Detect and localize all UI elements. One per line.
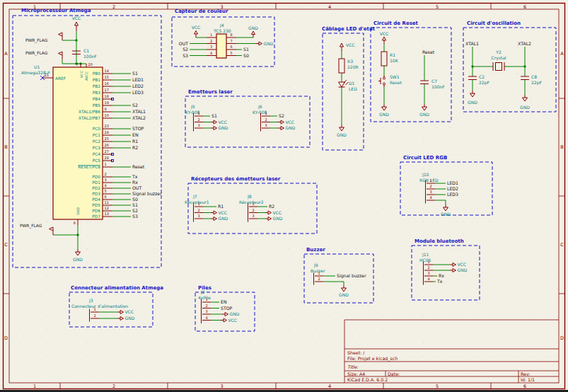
block-microprocesseur[interactable]: Microprocesseur Atmega VCC PWR_FLAG PWR_… [13, 8, 162, 267]
connector-J8[interactable]: J8Récepteur21R22VCC3GND [239, 194, 283, 222]
capacitor-symbol[interactable] [468, 76, 477, 80]
block-title: Buzzer [306, 247, 325, 253]
wire[interactable] [53, 225, 78, 249]
gnd-symbol[interactable] [340, 125, 344, 131]
pwr-flag-symbol[interactable] [50, 227, 54, 235]
pin-number: 4 [205, 316, 207, 320]
block-capteur-couleur[interactable]: Capteur de couleur J4 TCS 230 1VCC2OUT3S… [172, 8, 274, 67]
pin-number: 3 [197, 123, 199, 127]
grid-row-label: B [560, 144, 563, 150]
connector-J11[interactable]: J11HC051VCC2GND3Rx4Tx [419, 252, 468, 285]
connector-J5[interactable]: J5KY-0081S12VCC3GND [185, 104, 228, 132]
grid-row-label: C [560, 242, 564, 248]
sensor-body[interactable] [216, 34, 226, 58]
connector-J10[interactable]: J10RGB LED1LED12LED23LED34GND [419, 172, 458, 217]
power-label: VCC [458, 262, 466, 267]
connector-value: Récepteur2 [239, 200, 264, 205]
vcc-symbol[interactable] [75, 22, 79, 31]
pwr-flag-label: PWR_FLAG [25, 38, 48, 43]
cap-ref: C1 [83, 48, 89, 53]
pin-name: PC2 [93, 139, 101, 144]
cap-value: 100nF [431, 84, 445, 89]
block-emetteurs-laser[interactable]: Emetteurs laser [185, 89, 310, 147]
pin-number: 3 [210, 45, 212, 49]
pwr-flag-symbol[interactable] [59, 33, 63, 40]
connector-J2[interactable]: J24xPile1EN2STOP3GND4VCC [198, 289, 240, 323]
net-label: Rx [132, 180, 138, 185]
net-label: LED1 [132, 77, 144, 82]
power-label: VCC [219, 210, 227, 215]
pin-name: PC1 [93, 133, 101, 137]
power-label: VCC [192, 25, 200, 30]
capacitor-symbol[interactable] [521, 76, 529, 80]
connector-J3[interactable]: J3Connecteur d'alimentation1VCC2GND [71, 298, 135, 322]
led-symbol[interactable] [339, 80, 349, 87]
grid-row-label: B [4, 144, 7, 150]
resistor-value: 220R [347, 64, 359, 69]
crystal-ref: Y2 [495, 50, 502, 54]
pwr-flag-symbol[interactable] [59, 52, 63, 59]
pin-name: PD4 [92, 197, 100, 202]
net-label: LED3 [132, 90, 144, 95]
pin-number: 8 [74, 221, 76, 225]
pin-number: 3 [205, 309, 207, 313]
pin-number: 2 [210, 39, 212, 43]
block-outline[interactable] [371, 28, 451, 122]
block-oscillation[interactable]: Circuit d'oscillation XTAL1 XTAL2 Y2 Cry… [463, 21, 556, 112]
crystal-symbol[interactable] [496, 63, 502, 71]
pin-number: 13 [105, 212, 109, 216]
pin-number: 4 [429, 195, 431, 200]
block-led-etat[interactable]: Câblage LED d'etat VCC R3 220R D1 LED GN… [322, 26, 376, 150]
titleblock-sheet: Sheet: / [347, 350, 365, 355]
switch-symbol[interactable] [378, 75, 384, 87]
vcc-symbol[interactable] [340, 43, 344, 51]
block-circuit-reset[interactable]: Circuit de Reset VCC R1 10K SW1 Reset GN… [371, 21, 451, 122]
resistor-ref: R3 [347, 59, 353, 64]
schematic-canvas[interactable]: 112233445566AABBCCDD Sheet: / File: Proj… [0, 0, 568, 392]
net-label: S3 [182, 53, 188, 58]
vcc-symbol[interactable] [383, 37, 386, 44]
resistor-symbol[interactable] [339, 59, 344, 73]
net-label: XTAL2 [132, 115, 146, 120]
power-label: VCC [286, 120, 294, 125]
pin-name: AREF [55, 76, 66, 81]
block-led-rgb[interactable]: Circuit LED RGB [400, 155, 492, 215]
gnd-symbol[interactable] [76, 249, 81, 255]
pin-number: 21 [45, 73, 49, 77]
grid-row-label: A [560, 51, 564, 57]
grid-col-label: 6 [523, 384, 526, 389]
gnd-label: GND [419, 112, 429, 117]
junction [75, 39, 77, 41]
pin-number: 11 [105, 200, 109, 204]
gnd-label: GND [520, 105, 530, 110]
switch-contact [383, 77, 386, 79]
gnd-symbol[interactable] [470, 91, 475, 97]
block-bluetooth[interactable]: Module bluetooth [412, 238, 480, 300]
connector-J6[interactable]: J6KY-0081S22VCC3GND [253, 104, 296, 132]
pin-number: 2 [93, 313, 95, 318]
resistor-symbol[interactable] [381, 52, 387, 66]
gnd-symbol[interactable] [523, 95, 528, 101]
connector-J7[interactable]: J7Récepteur11R12VCC3GND [185, 194, 228, 222]
gnd-symbol[interactable] [422, 104, 427, 110]
led-value: LED [349, 86, 357, 91]
block-title: Emetteurs laser [188, 89, 233, 95]
net-label: OUT [132, 185, 141, 190]
gnd-symbol[interactable] [382, 104, 387, 110]
pin-number: 3 [252, 214, 254, 218]
net-label: OUT [179, 41, 188, 46]
block-outline[interactable] [69, 292, 153, 327]
gnd-label: GND [379, 112, 389, 117]
switch-contact [383, 83, 386, 85]
pin-number: 2 [197, 117, 199, 122]
pin-name: PD2 [92, 186, 100, 190]
wire[interactable] [62, 31, 86, 64]
junction [523, 65, 526, 67]
net-label: S2 [279, 113, 284, 118]
pin-number: 3 [197, 214, 199, 218]
connector-J9[interactable]: J9Buzzer1Signal buzzer2GND [311, 263, 366, 297]
net-label: STOP [221, 306, 233, 311]
net-label: Tx [132, 174, 138, 179]
capacitor-symbol[interactable] [420, 81, 429, 84]
switch-value: Reset [390, 80, 402, 85]
